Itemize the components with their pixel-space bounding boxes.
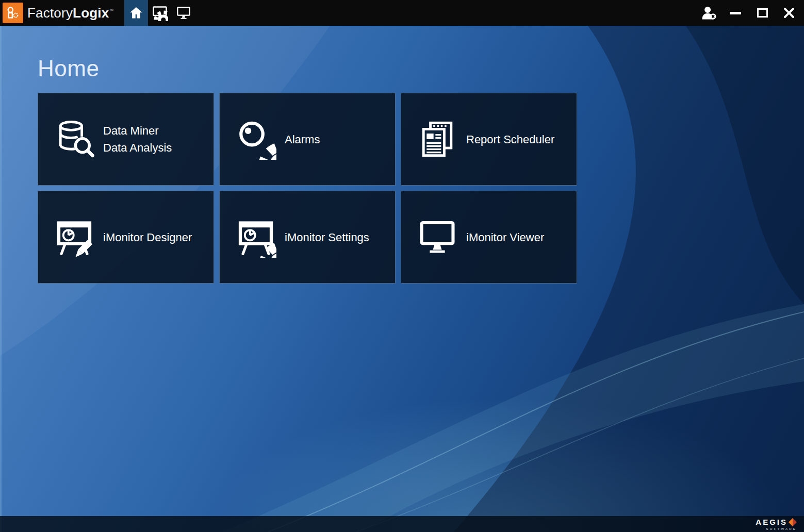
tile-label: iMonitor Designer (100, 229, 192, 246)
tile-label: Data Miner Data Analysis (100, 122, 172, 156)
aegis-software-text: SOFTWARE (766, 527, 797, 530)
aegis-logo: AEGIS SOFTWARE (756, 518, 797, 530)
maximize-button[interactable] (753, 4, 771, 22)
tab-imonitor-settings[interactable] (148, 0, 172, 26)
monitor-gear-icon (152, 5, 168, 21)
factorylogix-logo (3, 3, 23, 23)
home-icon (129, 6, 143, 20)
aegis-diamond-icon (789, 518, 797, 526)
aegis-brand-text: AEGIS (756, 518, 787, 526)
page-title: Home (38, 56, 804, 81)
logout-user-button[interactable] (700, 4, 717, 22)
brand-part2: Logix (73, 5, 109, 21)
tab-home[interactable] (124, 0, 148, 26)
database-search-icon (48, 119, 100, 159)
factorylogix-logo-icon (6, 6, 20, 20)
tile-label: iMonitor Viewer (463, 229, 544, 246)
tile-imonitor-viewer[interactable]: iMonitor Viewer (401, 191, 577, 284)
user-logout-icon (701, 5, 716, 21)
tile-label: Report Scheduler (463, 131, 554, 148)
app-title: FactoryLogix™ (27, 5, 114, 21)
home-tile-grid: Data Miner Data Analysis Alarms (38, 93, 577, 284)
tile-alarms[interactable]: Alarms (219, 93, 396, 186)
main-area: Home Data Miner Data Analysis (0, 26, 804, 532)
close-button[interactable] (780, 4, 798, 22)
tile-label: iMonitor Settings (282, 229, 369, 246)
presentation-gear-icon (230, 217, 282, 258)
tab-imonitor-viewer[interactable] (172, 0, 195, 26)
presentation-pencil-icon (48, 217, 100, 258)
report-scheduler-icon (412, 119, 463, 159)
maximize-icon (757, 8, 768, 18)
brand-trademark: ™ (109, 8, 113, 13)
tile-imonitor-settings[interactable]: iMonitor Settings (219, 191, 396, 284)
footer-bar: AEGIS SOFTWARE (0, 516, 804, 532)
titlebar-tabs (124, 0, 195, 26)
tile-imonitor-designer[interactable]: iMonitor Designer (38, 191, 214, 284)
minimize-icon (730, 12, 741, 14)
tile-report-scheduler[interactable]: Report Scheduler (401, 93, 577, 186)
tile-label: Alarms (282, 131, 320, 148)
monitor-icon (412, 217, 463, 257)
minimize-button[interactable] (727, 4, 744, 22)
close-icon (783, 7, 795, 19)
title-bar: FactoryLogix™ (0, 0, 804, 26)
brand-part1: Factory (27, 5, 73, 21)
tile-data-miner[interactable]: Data Miner Data Analysis (38, 93, 214, 186)
titlebar-controls (700, 4, 804, 22)
monitor-icon (176, 5, 191, 21)
alarm-gear-icon (230, 119, 282, 160)
